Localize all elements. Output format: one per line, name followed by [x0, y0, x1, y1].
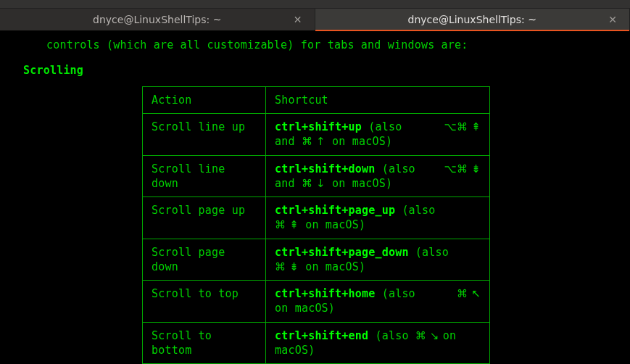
- table-row: Scroll to bottomctrl+shift+end (also ⌘ ↘…: [143, 322, 490, 364]
- cell-action: Scroll to bottom: [143, 322, 266, 364]
- cell-shortcut: ctrl+shift+down (also ⌥⌘ ⇟and ⌘ ↓ on mac…: [266, 155, 490, 197]
- cell-shortcut: ctrl+shift+home (also ⌘ ↖on macOS): [266, 281, 490, 323]
- cell-action: Scroll page up: [143, 197, 266, 239]
- keyboard-shortcut: ctrl+shift+down: [275, 162, 375, 175]
- mac-symbol: ⌘ ↑: [302, 135, 326, 148]
- mac-symbol: ⌥⌘ ⇞: [444, 120, 481, 134]
- intro-text: controls (which are all customizable) fo…: [46, 38, 618, 52]
- keyboard-shortcut: ctrl+shift+end: [275, 329, 368, 342]
- mac-symbol: ⌥⌘ ⇟: [444, 162, 481, 176]
- mac-symbol: ⌘ ⇞: [275, 218, 299, 231]
- also-text: (also: [395, 204, 435, 217]
- mac-symbol: ⌘ ⇟: [275, 260, 299, 273]
- mac-symbol: ⌘ ↘: [415, 329, 443, 342]
- shortcut-table: Action Shortcut Scroll line upctrl+shift…: [142, 86, 490, 364]
- cell-shortcut: ctrl+shift+end (also ⌘ ↘ onmacOS): [266, 322, 490, 364]
- cell-shortcut: ctrl+shift+page_down (also⌘ ⇟ on macOS): [266, 239, 490, 281]
- tab-title: dnyce@LinuxShellTips: ~: [93, 14, 221, 25]
- also-text: on: [443, 329, 456, 342]
- also-text: (also: [375, 287, 415, 300]
- table-row: Scroll page upctrl+shift+page_up (also⌘ …: [143, 197, 490, 239]
- mac-symbol: ⌘ ↓: [302, 177, 326, 190]
- keyboard-shortcut: ctrl+shift+page_up: [275, 204, 395, 217]
- cell-action: Scroll line up: [143, 114, 266, 156]
- also-text: macOS): [275, 344, 315, 357]
- cell-shortcut: ctrl+shift+page_up (also⌘ ⇞ on macOS): [266, 197, 490, 239]
- table-header-row: Action Shortcut: [143, 86, 490, 113]
- table-row: Scroll page downctrl+shift+page_down (al…: [143, 239, 490, 281]
- table-row: Scroll line downctrl+shift+down (also ⌥⌘…: [143, 155, 490, 197]
- keyboard-shortcut: ctrl+shift+home: [275, 287, 375, 300]
- also-text: and: [275, 177, 302, 190]
- tab-1[interactable]: dnyce@LinuxShellTips: ~ ✕: [0, 9, 315, 30]
- cell-action: Scroll to top: [143, 281, 266, 323]
- keyboard-shortcut: ctrl+shift+up: [275, 120, 362, 133]
- also-text: (also: [368, 329, 415, 342]
- keyboard-shortcut: ctrl+shift+page_down: [275, 246, 409, 259]
- cell-action: Scroll line down: [143, 155, 266, 197]
- header-shortcut: Shortcut: [266, 86, 490, 113]
- also-text: on macOS): [326, 177, 392, 190]
- also-text: (also: [409, 246, 449, 259]
- table-row: Scroll line upctrl+shift+up (also ⌥⌘ ⇞an…: [143, 114, 490, 156]
- tab-2[interactable]: dnyce@LinuxShellTips: ~ ✕: [315, 9, 631, 30]
- close-icon[interactable]: ✕: [606, 13, 619, 26]
- also-text: and: [275, 135, 302, 148]
- tab-bar: dnyce@LinuxShellTips: ~ ✕ dnyce@LinuxShe…: [0, 9, 630, 30]
- cell-shortcut: ctrl+shift+up (also ⌥⌘ ⇞and ⌘ ↑ on macOS…: [266, 114, 490, 156]
- also-text: (also: [362, 120, 402, 133]
- also-text: on macOS): [326, 135, 392, 148]
- also-text: (also: [375, 162, 415, 175]
- table-row: Scroll to topctrl+shift+home (also ⌘ ↖on…: [143, 281, 490, 323]
- also-text: on macOS): [299, 218, 365, 231]
- close-icon[interactable]: ✕: [291, 13, 304, 26]
- terminal-viewport[interactable]: controls (which are all customizable) fo…: [0, 30, 630, 364]
- titlebar: [0, 0, 630, 9]
- tab-title: dnyce@LinuxShellTips: ~: [408, 14, 536, 25]
- also-text: on macOS): [299, 260, 365, 273]
- cell-action: Scroll page down: [143, 239, 266, 281]
- terminal-window: dnyce@LinuxShellTips: ~ ✕ dnyce@LinuxShe…: [0, 0, 630, 364]
- section-heading: Scrolling: [23, 63, 618, 78]
- mac-symbol: ⌘ ↖: [457, 286, 481, 301]
- also-text: on macOS): [275, 302, 335, 315]
- header-action: Action: [143, 86, 266, 113]
